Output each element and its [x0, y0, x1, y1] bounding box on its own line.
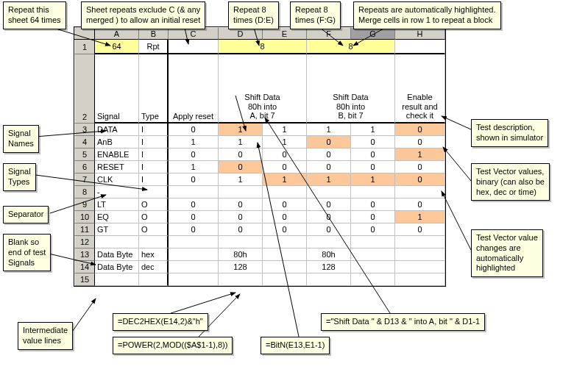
- row-header-3[interactable]: 3: [74, 124, 95, 136]
- row-header-4[interactable]: 4: [74, 136, 95, 149]
- cell-B13[interactable]: hex: [139, 248, 169, 261]
- row-header-2[interactable]: 2: [74, 54, 95, 124]
- row-header-5[interactable]: 5: [74, 149, 95, 161]
- cell-C12[interactable]: [169, 236, 219, 248]
- cell-D11[interactable]: 0: [219, 223, 263, 236]
- cell-F9[interactable]: 0: [307, 198, 351, 211]
- cell-A1[interactable]: 64: [95, 40, 139, 54]
- row-header-15[interactable]: 15: [74, 273, 95, 286]
- cell-FG1-merged[interactable]: 8: [307, 40, 395, 54]
- cell-G9[interactable]: 0: [351, 198, 395, 211]
- cell-B9[interactable]: O: [139, 198, 169, 211]
- cell-H4[interactable]: 0: [395, 136, 445, 149]
- col-header-F[interactable]: F: [307, 27, 351, 40]
- cell-B10[interactable]: O: [139, 211, 169, 223]
- cell-E11[interactable]: 0: [263, 223, 307, 236]
- cell-E12[interactable]: [263, 236, 307, 248]
- cell-H11[interactable]: 0: [395, 223, 445, 236]
- cell-E14[interactable]: [263, 261, 307, 273]
- cell-F5[interactable]: 0: [307, 149, 351, 161]
- cell-E15[interactable]: [263, 273, 307, 286]
- cell-C15[interactable]: [169, 273, 219, 286]
- cell-G5[interactable]: 0: [351, 149, 395, 161]
- cell-C10[interactable]: 0: [169, 211, 219, 223]
- cell-D15[interactable]: [219, 273, 263, 286]
- cell-FG2-merged[interactable]: Shift Data 80h into B, bit 7: [307, 54, 395, 124]
- cell-G14[interactable]: [351, 261, 395, 273]
- cell-B12[interactable]: [139, 236, 169, 248]
- cell-H6[interactable]: 0: [395, 161, 445, 174]
- cell-B11[interactable]: O: [139, 223, 169, 236]
- cell-A6[interactable]: RESET: [95, 161, 139, 174]
- cell-H15[interactable]: [395, 273, 445, 286]
- cell-H10[interactable]: 1: [395, 211, 445, 223]
- cell-C4[interactable]: 1: [169, 136, 219, 149]
- cell-E13[interactable]: [263, 248, 307, 261]
- cell-C5[interactable]: 0: [169, 149, 219, 161]
- col-header-B[interactable]: B: [139, 27, 169, 40]
- cell-F15[interactable]: [307, 273, 351, 286]
- cell-G4[interactable]: 0: [351, 136, 395, 149]
- row-header-7[interactable]: 7: [74, 174, 95, 186]
- cell-H7[interactable]: 0: [395, 174, 445, 186]
- cell-A13[interactable]: Data Byte: [95, 248, 139, 261]
- row-header-14[interactable]: 14: [74, 261, 95, 273]
- cell-C7[interactable]: 0: [169, 174, 219, 186]
- cell-E8[interactable]: [263, 186, 307, 198]
- cell-A7[interactable]: CLK: [95, 174, 139, 186]
- cell-F7[interactable]: 1: [307, 174, 351, 186]
- cell-F11[interactable]: 0: [307, 223, 351, 236]
- corner-cell[interactable]: [74, 27, 95, 40]
- cell-G11[interactable]: 0: [351, 223, 395, 236]
- cell-B6[interactable]: I: [139, 161, 169, 174]
- cell-E9[interactable]: 0: [263, 198, 307, 211]
- cell-F4[interactable]: 0: [307, 136, 351, 149]
- cell-C9[interactable]: 0: [169, 198, 219, 211]
- cell-F6[interactable]: 0: [307, 161, 351, 174]
- cell-G3[interactable]: 1: [351, 124, 395, 136]
- cell-B5[interactable]: I: [139, 149, 169, 161]
- cell-F10[interactable]: 0: [307, 211, 351, 223]
- cell-F13[interactable]: 80h: [307, 248, 351, 261]
- cell-C14[interactable]: [169, 261, 219, 273]
- row-header-10[interactable]: 10: [74, 211, 95, 223]
- cell-D5[interactable]: 0: [219, 149, 263, 161]
- cell-B7[interactable]: I: [139, 174, 169, 186]
- cell-H12[interactable]: [395, 236, 445, 248]
- cell-DE2-merged[interactable]: Shift Data 80h into A, bit 7: [219, 54, 307, 124]
- cell-H8[interactable]: [395, 186, 445, 198]
- cell-A5[interactable]: ENABLE: [95, 149, 139, 161]
- cell-B14[interactable]: dec: [139, 261, 169, 273]
- cell-D7[interactable]: 1: [219, 174, 263, 186]
- cell-A11[interactable]: GT: [95, 223, 139, 236]
- row-header-1[interactable]: 1: [74, 40, 95, 54]
- cell-D6[interactable]: 0: [219, 161, 263, 174]
- col-header-C[interactable]: C: [169, 27, 219, 40]
- cell-G8[interactable]: [351, 186, 395, 198]
- cell-B4[interactable]: I: [139, 136, 169, 149]
- cell-H14[interactable]: [395, 261, 445, 273]
- cell-E5[interactable]: 0: [263, 149, 307, 161]
- cell-A12[interactable]: [95, 236, 139, 248]
- cell-C8[interactable]: [169, 186, 219, 198]
- cell-F14[interactable]: 128: [307, 261, 351, 273]
- col-header-G[interactable]: G: [351, 27, 395, 40]
- cell-DE1-merged[interactable]: 8: [219, 40, 307, 54]
- cell-C6[interactable]: 1: [169, 161, 219, 174]
- cell-D8[interactable]: [219, 186, 263, 198]
- cell-A9[interactable]: LT: [95, 198, 139, 211]
- cell-F3[interactable]: 1: [307, 124, 351, 136]
- cell-F8[interactable]: [307, 186, 351, 198]
- cell-B8[interactable]: [139, 186, 169, 198]
- cell-D12[interactable]: [219, 236, 263, 248]
- cell-G6[interactable]: 0: [351, 161, 395, 174]
- cell-H1[interactable]: [395, 40, 445, 54]
- col-header-A[interactable]: A: [95, 27, 139, 40]
- cell-C2[interactable]: Apply reset: [169, 54, 219, 124]
- row-header-11[interactable]: 11: [74, 223, 95, 236]
- cell-E10[interactable]: 0: [263, 211, 307, 223]
- cell-A8[interactable]: -: [95, 186, 139, 198]
- col-header-H[interactable]: H: [395, 27, 445, 40]
- cell-D13[interactable]: 80h: [219, 248, 263, 261]
- cell-A14[interactable]: Data Byte: [95, 261, 139, 273]
